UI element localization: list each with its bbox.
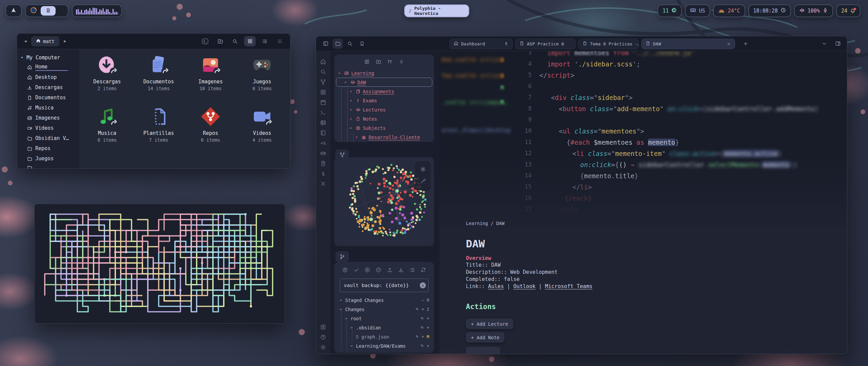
tab-tema-6-pr-cticas-[interactable]: Tema 6 Prácticas -… bbox=[578, 39, 639, 49]
clear-input-icon[interactable]: ✕ bbox=[420, 282, 426, 288]
file-question-icon[interactable] bbox=[320, 160, 326, 166]
git-row-changes[interactable]: Changes+2 bbox=[334, 305, 434, 314]
launcher-button[interactable] bbox=[5, 4, 22, 17]
link-aules[interactable]: Aules bbox=[488, 283, 504, 289]
music-player-widget[interactable]: ♪ Polyphia - Neurotica bbox=[404, 4, 469, 17]
calendar-icon[interactable] bbox=[320, 99, 326, 105]
link-outlook[interactable]: Outlook bbox=[513, 283, 535, 289]
breadcrumb[interactable]: matt bbox=[31, 36, 59, 46]
folder-descargas[interactable]: Descargas2 items bbox=[82, 55, 133, 91]
tab-asp-practice-6[interactable]: ASP Practice 6 bbox=[515, 39, 576, 49]
tree-item-subjects[interactable]: Subjects bbox=[334, 123, 434, 133]
layout-list-icon[interactable] bbox=[409, 267, 415, 274]
grid-view-icon[interactable] bbox=[244, 36, 256, 46]
folder-videos[interactable]: Videos4 items bbox=[237, 106, 288, 143]
file-manager-window[interactable]: ◀ matt ▶ $_ My Computer HomeDesktopDesca… bbox=[17, 33, 291, 169]
home-icon[interactable] bbox=[320, 59, 326, 65]
new-folder-icon[interactable] bbox=[376, 59, 381, 66]
note-breadcrumb[interactable]: Learning / DAW bbox=[466, 221, 505, 226]
tree-item-learning[interactable]: Learning bbox=[334, 68, 434, 78]
terminal-icon[interactable] bbox=[320, 109, 326, 116]
unstage-icon[interactable]: — bbox=[421, 298, 424, 303]
vault-icon[interactable] bbox=[320, 324, 326, 330]
button-partial[interactable] bbox=[466, 347, 500, 354]
volume-widget[interactable]: 100% bbox=[794, 4, 833, 17]
discard-icon[interactable] bbox=[420, 325, 424, 330]
back-button[interactable]: ◀ bbox=[22, 39, 29, 43]
sidebar-item-partial[interactable] bbox=[17, 162, 80, 169]
sidebar-item-musica[interactable]: Musica bbox=[17, 103, 80, 113]
push-icon[interactable] bbox=[387, 267, 393, 274]
active-app-chip[interactable] bbox=[41, 6, 56, 16]
pull-icon[interactable] bbox=[398, 267, 404, 274]
git-row-graph-json[interactable]: graph.json+M bbox=[334, 332, 434, 341]
tree-item-assignments[interactable]: Assignments bbox=[334, 87, 434, 96]
close-tab-icon[interactable] bbox=[727, 42, 731, 46]
pipes-terminal-window[interactable] bbox=[34, 204, 285, 324]
chevron-down-icon[interactable] bbox=[819, 39, 829, 49]
panel-right-icon[interactable] bbox=[833, 39, 843, 49]
folder-plantillas[interactable]: Plantillas7 items bbox=[133, 106, 184, 143]
stage-icon[interactable]: + bbox=[421, 334, 424, 339]
settings-icon[interactable] bbox=[420, 166, 426, 174]
folder-repos[interactable]: Repos6 items bbox=[185, 106, 236, 143]
discard-icon[interactable] bbox=[420, 316, 424, 321]
discard-icon[interactable] bbox=[415, 334, 419, 340]
tree-item-exams[interactable]: !Exams bbox=[334, 96, 434, 105]
backup-icon[interactable] bbox=[342, 267, 348, 274]
sidebar-item-videos[interactable]: Videos bbox=[17, 123, 80, 133]
button--add-note[interactable]: + Add Note bbox=[466, 332, 505, 343]
new-tab-button[interactable] bbox=[741, 39, 751, 49]
firefox-icon[interactable] bbox=[30, 6, 37, 15]
stage-icon[interactable]: + bbox=[427, 325, 429, 330]
button--add-lecture[interactable]: + Add Lecture bbox=[466, 319, 513, 329]
book-icon[interactable] bbox=[320, 130, 326, 136]
stage-icon[interactable]: + bbox=[427, 316, 429, 321]
commit-message-input[interactable] bbox=[340, 279, 429, 292]
git-row-staged-changes[interactable]: Staged Changes—0 bbox=[334, 296, 434, 305]
sidebar-item-home[interactable]: Home bbox=[17, 62, 80, 72]
list-view-icon[interactable] bbox=[259, 36, 271, 46]
sidebar-item-imagenes[interactable]: Imagenes bbox=[17, 113, 80, 123]
weather-widget[interactable]: 24°C bbox=[713, 4, 745, 17]
layout-icon[interactable] bbox=[320, 89, 326, 95]
sidebar-item-documentos[interactable]: Documentos bbox=[17, 93, 80, 103]
commit-icon[interactable] bbox=[353, 267, 359, 274]
sidebar-item-descargas[interactable]: Descargas bbox=[17, 82, 80, 93]
settings-icon[interactable] bbox=[320, 344, 326, 350]
compact-view-icon[interactable] bbox=[274, 36, 285, 46]
stage-all-icon[interactable] bbox=[364, 267, 370, 274]
tree-item-daw[interactable]: DAW bbox=[336, 78, 432, 87]
panel-left-icon[interactable] bbox=[320, 39, 331, 49]
git-row--obsidian[interactable]: .obsidian+ bbox=[334, 323, 434, 332]
stage-icon[interactable]: + bbox=[427, 343, 429, 348]
discard-icon[interactable] bbox=[415, 307, 419, 312]
tab-daw[interactable]: DAW bbox=[642, 39, 735, 49]
folder-imagenes[interactable]: Imagenes10 items bbox=[185, 55, 236, 91]
forward-button[interactable]: ▶ bbox=[61, 39, 69, 43]
keyboard-layout-widget[interactable]: US bbox=[685, 4, 710, 17]
search-icon[interactable] bbox=[320, 69, 326, 75]
bookmark-icon[interactable] bbox=[357, 39, 367, 49]
collapse-icon[interactable] bbox=[399, 59, 404, 66]
refresh-icon[interactable] bbox=[420, 267, 426, 274]
search-icon[interactable] bbox=[229, 36, 241, 46]
gamepad-icon[interactable] bbox=[320, 150, 326, 156]
tree-item-notes[interactable]: Notes bbox=[334, 114, 434, 123]
folder-documentos[interactable]: Documentos14 items bbox=[133, 55, 184, 91]
table-icon[interactable] bbox=[320, 120, 326, 126]
local-graph-panel[interactable] bbox=[334, 157, 434, 246]
sidebar-item-obsidian-v-[interactable]: Obsidian V… bbox=[17, 133, 80, 143]
git-row-root[interactable]: root+ bbox=[334, 314, 434, 323]
sidebar-section-my-computer[interactable]: My Computer bbox=[17, 53, 80, 62]
folder-juegos[interactable]: Juegos8 items bbox=[237, 55, 288, 91]
clock-widget[interactable]: 18:08:28 bbox=[748, 4, 791, 17]
filter-icon[interactable] bbox=[420, 178, 426, 185]
notifications-widget[interactable]: 24 bbox=[836, 4, 861, 17]
dollar-icon[interactable]: $ bbox=[320, 170, 326, 177]
search-icon[interactable] bbox=[345, 39, 355, 49]
git-row-learning-daw-exams[interactable]: Learning/DAW/Exams+ bbox=[334, 341, 434, 350]
terminal-chip-icon[interactable]: $_ bbox=[199, 36, 211, 46]
sidebar-item-desktop[interactable]: Desktop bbox=[17, 72, 80, 82]
folder-musica[interactable]: Musica6 items bbox=[82, 106, 133, 143]
